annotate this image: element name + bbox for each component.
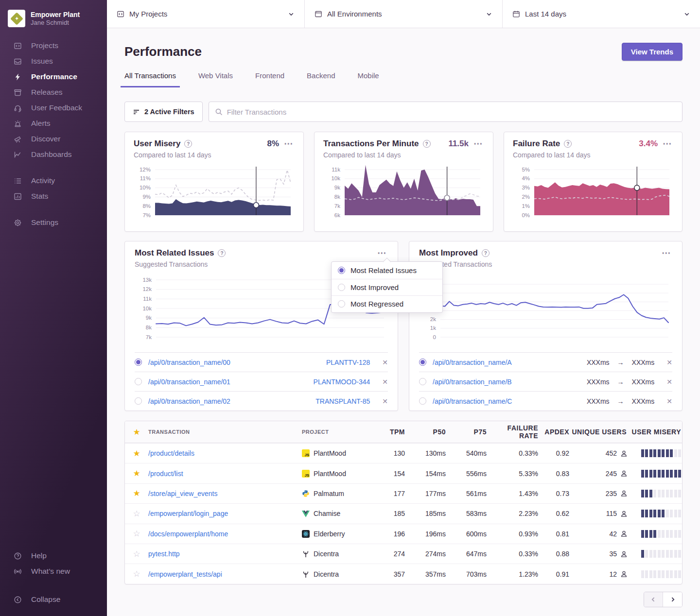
menu-item-most-improved[interactable]: Most Improved xyxy=(332,279,442,296)
svg-text:7k: 7k xyxy=(334,203,340,209)
issue-link[interactable]: TRANSPLANT-85 xyxy=(315,397,370,405)
sidebar-item-user-feedback[interactable]: User Feedback xyxy=(0,100,107,116)
close-icon[interactable]: ✕ xyxy=(382,397,388,405)
tab-web-vitals[interactable]: Web Vitals xyxy=(194,68,237,87)
ellipsis-menu-icon[interactable]: ⋯ xyxy=(662,141,673,146)
date-range-selector[interactable]: Last 14 days xyxy=(502,0,700,28)
performance-page: Performance View Trends All Transactions… xyxy=(107,28,700,616)
transaction-link[interactable]: pytest.http xyxy=(148,550,302,558)
table-header: ★ Transaction Project TPM P50 P75 Failur… xyxy=(125,421,682,443)
issue-link[interactable]: PLANTTV-128 xyxy=(326,359,370,366)
sidebar-item-performance[interactable]: Performance xyxy=(0,69,107,85)
radio-button[interactable] xyxy=(419,359,426,366)
sidebar-item-stats[interactable]: Stats xyxy=(0,188,107,204)
star-icon[interactable]: ☆ xyxy=(133,510,140,518)
help-icon[interactable]: ? xyxy=(564,140,572,148)
help-icon[interactable]: ? xyxy=(218,249,226,257)
menu-item-most-regressed[interactable]: Most Regressed xyxy=(332,295,442,312)
sidebar-item-alerts[interactable]: Alerts xyxy=(0,116,107,131)
transaction-link[interactable]: /empowerplant/login_page xyxy=(148,510,302,517)
collapse-icon xyxy=(13,595,22,604)
sidebar-collapse-button[interactable]: Collapse xyxy=(0,592,107,607)
tab-backend[interactable]: Backend xyxy=(303,68,339,87)
star-icon[interactable]: ☆ xyxy=(133,570,140,578)
radio-button[interactable] xyxy=(419,378,426,385)
transaction-link[interactable]: /docs/empowerplant/home xyxy=(148,530,302,538)
tab-frontend[interactable]: Frontend xyxy=(251,68,288,87)
chevron-down-icon xyxy=(683,11,690,17)
transaction-link[interactable]: /empowerplant_tests/api xyxy=(148,570,302,578)
star-icon[interactable]: ★ xyxy=(133,449,140,458)
transaction-link[interactable]: /api/0/transaction_name/02 xyxy=(148,397,309,405)
transaction-link[interactable]: /api/0/transaction_name/A xyxy=(433,359,580,366)
sidebar-item-settings[interactable]: Settings xyxy=(0,215,107,230)
sidebar-item-dashboards[interactable]: Dashboards xyxy=(0,147,107,162)
sidebar-item-issues[interactable]: Issues xyxy=(0,53,107,69)
tab-mobile[interactable]: Mobile xyxy=(353,68,383,87)
help-icon[interactable]: ? xyxy=(423,140,431,148)
ellipsis-menu-icon[interactable]: ⋯ xyxy=(376,251,388,256)
help-icon[interactable]: ? xyxy=(482,249,490,257)
prev-page-button[interactable] xyxy=(644,592,663,607)
ellipsis-menu-icon[interactable]: ⋯ xyxy=(472,141,484,146)
tab-bar: All Transactions Web Vitals Frontend Bac… xyxy=(121,68,682,87)
menu-item-most-related-issues[interactable]: Most Related Issues xyxy=(332,262,442,279)
sidebar-item-activity[interactable]: Activity xyxy=(0,173,107,188)
radio-button[interactable] xyxy=(419,397,426,405)
sidebar-item-projects[interactable]: Projects xyxy=(0,38,107,53)
list-item: /api/0/transaction_name/00 PLANTTV-128 ✕ xyxy=(135,352,388,372)
svg-text:9k: 9k xyxy=(334,185,340,190)
svg-text:12%: 12% xyxy=(140,167,151,172)
close-icon[interactable]: ✕ xyxy=(666,359,672,366)
radio-button[interactable] xyxy=(135,397,142,405)
list-item: /api/0/transaction_name/02 TRANSPLANT-85… xyxy=(135,391,388,411)
star-icon[interactable]: ★ xyxy=(133,428,140,436)
transaction-link[interactable]: /api/0/transaction_name/01 xyxy=(148,378,307,386)
org-header[interactable]: ✦ Empower Plant Jane Schmidt xyxy=(0,7,107,38)
tab-all-transactions[interactable]: All Transactions xyxy=(121,68,180,87)
python-icon xyxy=(302,490,310,497)
pytest-icon xyxy=(302,570,310,578)
close-icon[interactable]: ✕ xyxy=(382,378,388,386)
next-page-button[interactable] xyxy=(663,592,682,607)
star-icon[interactable]: ★ xyxy=(133,489,140,497)
list-item: /api/0/transaction_name/C XXXms → XXXms … xyxy=(419,391,672,411)
star-icon[interactable]: ★ xyxy=(133,469,140,478)
sidebar-item-releases[interactable]: Releases xyxy=(0,85,107,100)
transaction-link[interactable]: /api/0/transaction_name/00 xyxy=(148,359,320,366)
transaction-link[interactable]: /api/0/transaction_name/B xyxy=(433,378,580,386)
transaction-link[interactable]: /store/api_view_events xyxy=(148,490,302,497)
card-subtitle: Compared to last 14 days xyxy=(513,151,673,159)
svg-text:11%: 11% xyxy=(140,175,151,181)
headset-icon xyxy=(13,103,22,112)
svg-text:9%: 9% xyxy=(142,194,151,200)
ellipsis-menu-icon[interactable]: ⋯ xyxy=(283,141,295,146)
sidebar-item-help[interactable]: Help xyxy=(0,548,107,564)
sidebar-item-discover[interactable]: Discover xyxy=(0,131,107,147)
chart-line-icon xyxy=(13,150,22,159)
help-icon[interactable]: ? xyxy=(184,140,192,148)
list-item: /api/0/transaction_name/01 PLANTMOOD-344… xyxy=(135,372,388,391)
close-icon[interactable]: ✕ xyxy=(382,359,388,366)
ellipsis-menu-icon[interactable]: ⋯ xyxy=(661,251,672,256)
star-icon[interactable]: ☆ xyxy=(133,550,140,558)
close-icon[interactable]: ✕ xyxy=(666,378,672,386)
svg-text:10k: 10k xyxy=(142,306,152,311)
radio-button[interactable] xyxy=(135,359,142,366)
view-trends-button[interactable]: View Trends xyxy=(622,43,682,61)
project-selector[interactable]: My Projects xyxy=(107,0,304,28)
arrow-right-icon: → xyxy=(616,378,626,386)
close-icon[interactable]: ✕ xyxy=(666,397,672,405)
transaction-link[interactable]: /product/list xyxy=(148,470,302,478)
issue-link[interactable]: PLANTMOOD-344 xyxy=(314,378,370,386)
search-input[interactable] xyxy=(227,108,676,116)
svg-text:10k: 10k xyxy=(331,175,340,181)
user-misery-bar xyxy=(628,470,682,478)
active-filters-button[interactable]: 2 Active Filters xyxy=(124,102,203,122)
radio-button[interactable] xyxy=(135,378,142,385)
star-icon[interactable]: ☆ xyxy=(133,530,140,538)
transaction-link[interactable]: /api/0/transaction_name/C xyxy=(433,397,580,405)
environment-selector[interactable]: All Environments xyxy=(304,0,502,28)
sidebar-item-whats-new[interactable]: What’s new xyxy=(0,564,107,579)
transaction-link[interactable]: /product/details xyxy=(148,449,302,457)
